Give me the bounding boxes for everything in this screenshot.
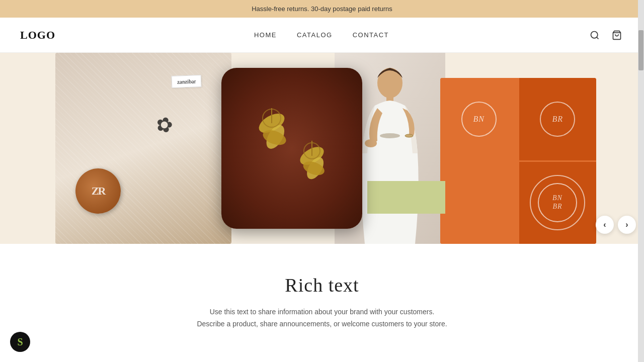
nav-home[interactable]: HOME: [254, 31, 277, 39]
monogram-circle-1: BN: [461, 102, 497, 137]
green-rectangle: [367, 181, 445, 214]
nav-contact[interactable]: CONTACT: [353, 31, 389, 39]
box-cell-4: BN BR: [519, 162, 597, 244]
cart-icon: [612, 30, 622, 40]
rich-text-body: Use this text to share information about…: [196, 306, 448, 330]
fabric-texture: [55, 53, 231, 244]
svg-point-18: [405, 134, 413, 137]
box-cell-3: [440, 162, 518, 244]
scrollbar-track[interactable]: [638, 0, 644, 350]
zanzibar-label: zanzibar: [171, 75, 201, 88]
nav-catalog[interactable]: CATALOG: [297, 31, 333, 39]
logo[interactable]: LOGO: [20, 29, 55, 42]
slides-container: zanzibar ✿ ZR: [0, 53, 644, 244]
box-cell-1: BN: [440, 78, 518, 160]
boxes-grid: BN BR BN BR: [440, 78, 596, 244]
shopify-badge[interactable]: S: [10, 332, 30, 350]
svg-text:BR: BR: [553, 203, 562, 210]
box-cell-2: BR: [519, 78, 597, 160]
rich-text-section: Rich text Use this text to share informa…: [0, 244, 644, 350]
carousel-prev-button[interactable]: ‹: [596, 216, 614, 234]
next-arrow-icon: ›: [625, 220, 628, 229]
announcement-bar: Hassle-free returns. 30-day postage paid…: [0, 0, 644, 18]
wax-seal-monogram: ZR: [92, 185, 105, 198]
svg-line-1: [597, 37, 599, 39]
svg-text:BN: BN: [552, 194, 562, 202]
monogram-svg-large: BN BR: [537, 183, 578, 223]
svg-point-17: [365, 139, 377, 147]
header-icons: [588, 28, 624, 42]
rich-text-title: Rich text: [10, 274, 634, 296]
announcement-text: Hassle-free returns. 30-day postage paid…: [252, 5, 392, 13]
slide-far-right: BN BR BN BR: [440, 78, 596, 244]
plate-background: [221, 68, 362, 229]
header: LOGO HOME CATALOG CONTACT: [0, 18, 644, 53]
monogram-circle-2: BR: [540, 102, 575, 137]
svg-point-16: [380, 133, 400, 138]
prev-arrow-icon: ‹: [603, 220, 606, 229]
svg-point-0: [591, 31, 598, 38]
scrollbar-thumb[interactable]: [638, 30, 643, 70]
cart-button[interactable]: [610, 28, 624, 42]
wax-seal: ZR: [75, 168, 121, 214]
slide-center: [221, 68, 362, 229]
carousel-next-button[interactable]: ›: [618, 216, 636, 234]
main-nav: HOME CATALOG CONTACT: [254, 31, 389, 39]
search-button[interactable]: [588, 28, 602, 42]
slide-left: zanzibar ✿ ZR: [55, 53, 231, 244]
slideshow: zanzibar ✿ ZR: [0, 53, 644, 244]
shopify-icon: S: [17, 336, 23, 348]
search-icon: [590, 30, 600, 40]
monogram-circle-large: BN BR: [530, 175, 585, 230]
earrings-svg: [252, 108, 332, 189]
